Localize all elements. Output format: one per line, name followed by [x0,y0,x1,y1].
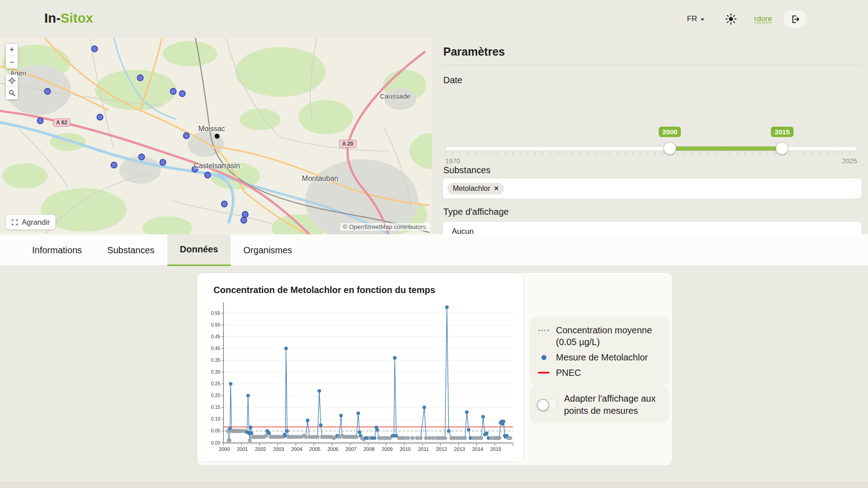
svg-text:0.50: 0.50 [211,322,221,327]
logout-button[interactable] [784,10,806,28]
date-range-slider[interactable]: 2000 2015 1970 2025 [445,127,857,168]
map-zoom-in-button[interactable]: + [5,43,18,56]
tab-donnees[interactable]: Données [167,234,231,266]
map-zoom-out-button[interactable]: − [5,56,18,69]
header-actions: FR rdore [687,0,806,38]
osm-link[interactable]: OpenStreetMap [349,223,392,230]
expand-icon [11,219,18,226]
chart-legend: Concentration moyenne (0.05 µg/L) Mesure… [530,317,669,386]
map-search-button[interactable] [5,87,18,99]
map-town-label: Caussade [380,92,411,100]
map-marker[interactable] [170,88,176,95]
map-tool-controls [5,74,18,99]
svg-text:0.30: 0.30 [211,369,221,374]
map-marker[interactable] [240,217,247,224]
svg-text:2014: 2014 [472,446,483,452]
chart-side-column: Concentration moyenne (0.05 µg/L) Mesure… [530,273,669,466]
map-marker[interactable] [137,75,144,81]
map-marker[interactable] [138,154,145,161]
svg-text:2013: 2013 [454,446,465,452]
attribution-suffix: contributors. [392,223,427,230]
tab-substances[interactable]: Substances [95,234,167,266]
legend-label: Mesure de Metolachlor [556,351,648,363]
toggle-label: Adapter l'affichage aux points de mesure… [564,393,662,417]
svg-text:0.45: 0.45 [211,334,221,339]
svg-text:2011: 2011 [418,446,429,452]
expand-label: Agrandir [22,218,50,227]
date-label: Date [443,75,862,85]
slider-track[interactable] [445,146,857,151]
theme-toggle-button[interactable] [725,13,737,25]
language-selector[interactable]: FR [687,14,705,24]
mean-line-icon [538,330,549,331]
svg-text:0.25: 0.25 [211,381,221,386]
map-town-label: Moissac [199,125,225,133]
measure-point-icon [541,355,546,360]
fit-display-toggle-box: Adapter l'affichage aux points de mesure… [530,386,669,423]
svg-text:0.55: 0.55 [211,310,221,316]
panel-title: Paramètres [443,45,862,58]
map-marker[interactable] [91,45,98,52]
toggle-knob [537,399,549,411]
app-logo: In-Sitox [44,11,93,26]
logout-icon [790,14,800,24]
logo-prefix: In- [44,11,61,25]
svg-text:0.05: 0.05 [211,428,221,433]
map-marker[interactable] [96,114,103,120]
map-town-label: Montauban [302,175,338,183]
legend-label: PNEC [556,367,581,379]
svg-text:2008: 2008 [364,446,375,452]
map-expand-button[interactable]: Agrandir [5,214,56,230]
locate-icon [8,77,16,85]
map-marker[interactable] [160,159,166,166]
svg-text:2009: 2009 [382,446,393,452]
slider-ticks [445,151,857,155]
svg-text:0.15: 0.15 [211,404,221,410]
map-marker[interactable] [111,161,118,168]
svg-text:2002: 2002 [255,446,266,452]
remove-tag-button[interactable]: × [494,185,498,192]
user-link[interactable]: rdore [754,14,772,24]
map-locate-button[interactable] [5,74,18,87]
map[interactable]: AgenMoissacCastelsarrasinMontaubanCaussa… [0,38,432,234]
substances-input[interactable]: Metolachlor × [442,178,862,199]
svg-text:2007: 2007 [346,446,356,452]
svg-text:0.20: 0.20 [211,393,221,398]
map-zoom-controls: + − [5,43,18,69]
chart-title: Concentration de Metolachlor en fonction… [213,285,523,295]
substance-tag: Metolachlor × [447,183,504,194]
pnec-line-icon [538,372,550,374]
search-icon [8,89,16,97]
date-slider-handle-min[interactable] [664,142,676,155]
road-badge: A 20 [339,140,356,148]
tab-organismes[interactable]: Organismes [231,234,305,266]
svg-text:0.40: 0.40 [211,346,221,351]
map-marker[interactable] [204,171,211,178]
svg-text:2005: 2005 [309,446,320,452]
map-marker[interactable] [37,118,43,124]
substances-label: Substances [443,165,491,175]
legend-item-measure: Mesure de Metolachlor [538,351,661,363]
display-type-label: Type d'affichage [443,207,509,217]
svg-text:2001: 2001 [237,446,248,452]
tab-informations[interactable]: Informations [19,234,95,266]
app-header: In-Sitox FR rdore [0,0,868,38]
station-marker[interactable] [215,134,220,139]
slider-badge-to: 2015 [771,127,793,137]
chevron-down-icon [701,19,704,21]
map-marker[interactable] [221,201,228,208]
content-area: Concentration de Metolachlor en fonction… [0,266,868,488]
legend-item-mean: Concentration moyenne (0.05 µg/L) [538,324,661,348]
map-marker[interactable] [179,90,186,97]
date-slider-handle-max[interactable] [776,142,788,155]
map-marker[interactable] [183,133,190,139]
fit-display-toggle[interactable] [537,399,558,411]
parameters-panel: Paramètres Date 2000 2015 1970 2025 Subs… [442,38,862,234]
substance-tag-label: Metolachlor [453,185,490,193]
attribution-copyright: © [343,223,349,230]
concentration-chart: 0.000.050.100.150.200.250.300.350.400.45… [202,299,518,460]
map-marker[interactable] [44,88,51,95]
svg-text:2003: 2003 [273,446,284,452]
svg-text:2012: 2012 [436,446,447,452]
slider-badge-from: 2000 [659,127,681,137]
